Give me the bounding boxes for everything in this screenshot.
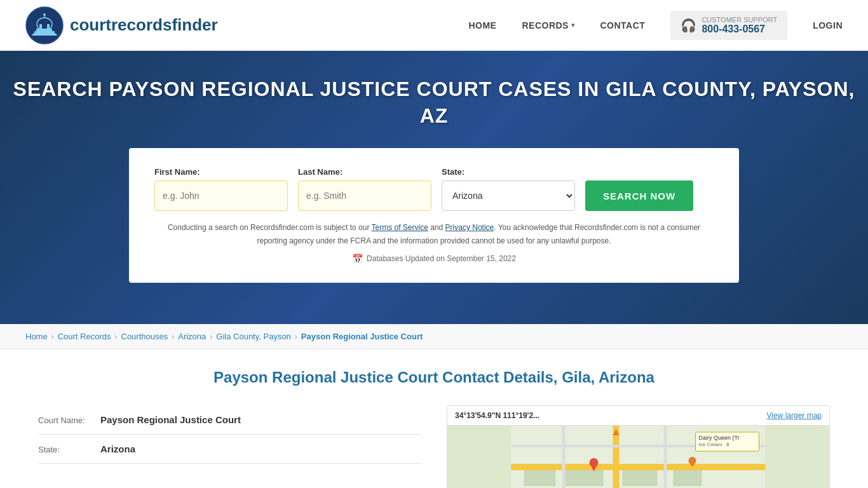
svg-rect-14: [50, 29, 51, 32]
svg-rect-10: [39, 29, 40, 32]
first-name-field-group: First Name:: [154, 167, 288, 211]
headset-icon: 🎧: [681, 18, 696, 33]
svg-rect-23: [664, 426, 667, 488]
support-label: CUSTOMER SUPPORT: [702, 16, 777, 24]
breadcrumb-arizona[interactable]: Arizona: [178, 332, 206, 341]
site-header: courtrecordsfinder HOME RECORDS ▾ CONTAC…: [0, 0, 868, 51]
state-field-group: State: Arizona Alabama Alaska Arkansas C…: [442, 167, 575, 211]
state-label: State:: [442, 167, 575, 177]
nav-contact[interactable]: CONTACT: [600, 20, 645, 30]
svg-rect-24: [524, 470, 556, 486]
svg-rect-9: [36, 29, 37, 32]
map-header: 34°13'54.9"N 111°19'2... View larger map: [447, 406, 829, 426]
last-name-input[interactable]: [298, 180, 431, 211]
svg-rect-27: [674, 470, 702, 486]
court-name-label: Court Name:: [38, 416, 95, 425]
chevron-down-icon: ▾: [571, 22, 575, 29]
last-name-label: Last Name:: [298, 167, 431, 177]
breadcrumb-separator-2: ›: [115, 332, 118, 341]
map-area: 34°13'54.9"N 111°19'2... View larger map: [447, 405, 830, 488]
logo[interactable]: courtrecordsfinder: [25, 6, 218, 44]
svg-point-3: [43, 13, 46, 16]
support-phone[interactable]: 800-433-0567: [702, 24, 777, 35]
svg-text:Dairy Queen (Tr: Dairy Queen (Tr: [699, 435, 740, 441]
hero-content: SEARCH PAYSON REGIONAL JUSTICE COURT CAS…: [13, 76, 855, 283]
breadcrumb-separator-4: ›: [210, 332, 212, 341]
main-nav: HOME RECORDS ▾ CONTACT 🎧 CUSTOMER SUPPOR…: [468, 11, 843, 40]
detail-table: Court Name: Payson Regional Justice Cour…: [38, 405, 421, 488]
svg-rect-12: [45, 29, 46, 32]
svg-rect-15: [33, 33, 56, 34]
breadcrumb-home[interactable]: Home: [25, 332, 48, 341]
view-larger-map-link[interactable]: View larger map: [767, 411, 822, 420]
breadcrumb-court-records[interactable]: Court Records: [58, 332, 111, 341]
first-name-label: First Name:: [154, 167, 288, 177]
breadcrumb-courthouses[interactable]: Courthouses: [121, 332, 168, 341]
state-detail-label: State:: [38, 445, 95, 454]
map-visual: Dairy Queen (Tr Ice Cream · $ United Sta…: [447, 426, 829, 488]
svg-rect-7: [47, 24, 50, 29]
state-detail-value: Arizona: [100, 444, 135, 454]
svg-rect-16: [32, 34, 57, 36]
court-name-row: Court Name: Payson Regional Justice Cour…: [38, 405, 421, 435]
main-content: Payson Regional Justice Court Contact De…: [0, 349, 868, 488]
nav-records[interactable]: RECORDS ▾: [522, 20, 574, 30]
support-area: 🎧 CUSTOMER SUPPORT 800-433-0567: [670, 11, 787, 40]
svg-rect-8: [43, 24, 46, 29]
svg-rect-25: [566, 470, 604, 486]
last-name-field-group: Last Name:: [298, 167, 431, 211]
section-title: Payson Regional Justice Court Contact De…: [38, 369, 830, 386]
hero-title: SEARCH PAYSON REGIONAL JUSTICE COURT CAS…: [13, 76, 855, 129]
search-disclaimer: Conducting a search on Recordsfinder.com…: [154, 221, 714, 247]
svg-rect-13: [48, 29, 49, 32]
state-select[interactable]: Arizona Alabama Alaska Arkansas Californ…: [442, 180, 575, 211]
court-name-value: Payson Regional Justice Court: [100, 414, 241, 425]
privacy-link[interactable]: Privacy Notice: [445, 223, 494, 232]
breadcrumb-current: Payson Regional Justice Court: [301, 332, 423, 341]
search-fields: First Name: Last Name: State: Arizona Al…: [154, 167, 714, 211]
state-row: State: Arizona: [38, 435, 421, 464]
first-name-input[interactable]: [154, 180, 288, 211]
calendar-icon: 📅: [352, 254, 363, 264]
breadcrumb-separator-3: ›: [172, 332, 174, 341]
search-button[interactable]: SEARCH NOW: [585, 180, 693, 211]
svg-rect-6: [39, 24, 42, 29]
logo-icon: [25, 6, 64, 44]
nav-login[interactable]: LOGIN: [813, 20, 843, 30]
search-box: First Name: Last Name: State: Arizona Al…: [129, 148, 739, 283]
breadcrumb-bar: Home › Court Records › Courthouses › Ari…: [0, 324, 868, 349]
breadcrumb-separator-5: ›: [295, 332, 297, 341]
breadcrumb-gila-county[interactable]: Gila County, Payson: [216, 332, 291, 341]
nav-home[interactable]: HOME: [468, 20, 496, 30]
breadcrumb: Home › Court Records › Courthouses › Ari…: [25, 332, 843, 341]
hero-section: SEARCH PAYSON REGIONAL JUSTICE COURT CAS…: [0, 51, 868, 324]
breadcrumb-separator-1: ›: [51, 332, 54, 341]
svg-rect-26: [623, 470, 658, 486]
svg-rect-11: [41, 29, 43, 32]
logo-text: courtrecordsfinder: [70, 15, 218, 35]
svg-text:Ice Cream · $: Ice Cream · $: [699, 442, 730, 447]
content-grid: Court Name: Payson Regional Justice Cour…: [38, 405, 830, 488]
map-coordinates: 34°13'54.9"N 111°19'2...: [455, 411, 539, 420]
tos-link[interactable]: Terms of Service: [372, 223, 428, 232]
svg-rect-22: [562, 426, 566, 488]
svg-rect-18: [512, 464, 766, 470]
db-updated: 📅 Databases Updated on September 15, 202…: [154, 254, 714, 264]
